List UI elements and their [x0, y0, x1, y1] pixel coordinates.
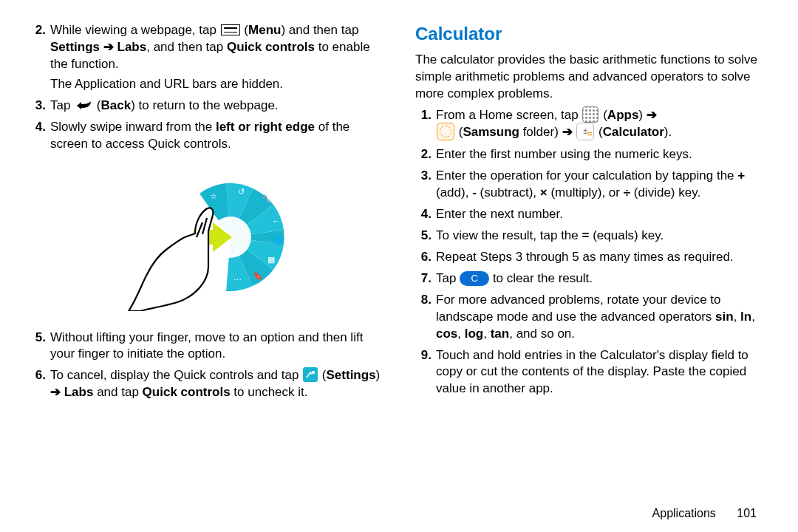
step-body: Enter the next number. [436, 206, 768, 223]
calc-step-6: 6. Repeat Steps 3 through 5 as many time… [415, 249, 768, 266]
step-number: 9. [415, 347, 436, 398]
step-body: From a Home screen, tap (Apps) ➔ (Samsun… [436, 107, 768, 142]
calc-step-8: 8. For more advanced problems, rotate yo… [415, 292, 768, 343]
step-4: 4. Slowly swipe inward from the left or … [30, 119, 383, 153]
step-number: 3. [30, 98, 50, 115]
step-body: Touch and hold entries in the Calculator… [436, 347, 768, 398]
step-2: 2. While viewing a webpage, tap (Menu) a… [30, 22, 383, 93]
step-body: To view the result, tap the = (equals) k… [436, 228, 768, 245]
calc-step-5: 5. To view the result, tap the = (equals… [415, 228, 768, 245]
step-body: Without lifting your finger, move to an … [50, 330, 383, 364]
back-icon [75, 98, 92, 115]
step-6: 6. To cancel, display the Quick controls… [30, 367, 383, 401]
svg-text:🔖: 🔖 [253, 270, 263, 281]
step-number: 1. [415, 107, 436, 142]
calc-step-2: 2. Enter the first number using the nume… [415, 146, 768, 163]
clear-key-icon: C [460, 271, 489, 286]
menu-label: Menu [248, 23, 281, 37]
step-number: 8. [415, 292, 436, 343]
page-footer: Applications 101 [652, 505, 757, 522]
svg-text:↺: ↺ [238, 187, 245, 196]
back-label: Back [101, 98, 132, 112]
step-3: 3. Tap (Back) to return to the webpage. [30, 98, 383, 115]
step-number: 6. [415, 249, 436, 266]
calc-step-9: 9. Touch and hold entries in the Calcula… [415, 347, 768, 398]
settings-label: Settings [327, 368, 376, 382]
step-body: Slowly swipe inward from the left or rig… [50, 119, 383, 153]
menu-icon [221, 24, 240, 35]
calculator-steps: 1. From a Home screen, tap (Apps) ➔ (Sam… [415, 107, 768, 398]
samsung-folder-icon [437, 123, 454, 140]
apps-label: Apps [607, 108, 639, 122]
footer-page-number: 101 [737, 507, 757, 519]
svg-text:☆: ☆ [210, 191, 217, 200]
step-number: 5. [415, 228, 436, 245]
calc-step-3: 3. Enter the operation for your calculat… [415, 168, 768, 202]
svg-text:⋯: ⋯ [233, 276, 242, 284]
calculator-icon: ±= [576, 123, 594, 140]
step-number: 4. [30, 119, 50, 153]
calc-step-7: 7. Tap C to clear the result. [415, 270, 768, 287]
step-number: 6. [30, 367, 50, 401]
step-number: 7. [415, 270, 436, 287]
step-note: The Application and URL bars are hidden. [50, 76, 383, 93]
calc-step-1: 1. From a Home screen, tap (Apps) ➔ (Sam… [415, 107, 768, 142]
step-body: For more advanced problems, rotate your … [436, 292, 768, 343]
step-number: 5. [30, 330, 50, 364]
quick-controls-illustration: 🔧 ↺ ☆ ← 🌐 ▦ 🔖 ⋯ [30, 163, 383, 316]
svg-text:←: ← [272, 216, 280, 225]
step-body: Enter the first number using the numeric… [436, 146, 768, 163]
step-body: While viewing a webpage, tap (Menu) and … [50, 22, 383, 93]
left-steps: 2. While viewing a webpage, tap (Menu) a… [30, 22, 383, 153]
step-body: Tap (Back) to return to the webpage. [50, 98, 383, 115]
apps-icon [582, 106, 598, 123]
footer-section: Applications [652, 507, 716, 519]
samsung-label: Samsung [463, 126, 519, 140]
svg-text:🔧: 🔧 [262, 194, 272, 204]
step-body: To cancel, display the Quick controls an… [50, 367, 383, 401]
step-body: Tap C to clear the result. [436, 270, 768, 287]
step-number: 2. [30, 22, 50, 93]
step-body: Repeat Steps 3 through 5 as many times a… [436, 249, 768, 266]
step-number: 4. [415, 206, 436, 223]
step-number: 2. [415, 146, 436, 163]
step-number: 3. [415, 168, 436, 202]
manual-page: 2. While viewing a webpage, tap (Menu) a… [0, 0, 798, 532]
settings-icon [303, 367, 318, 382]
step-5: 5. Without lifting your finger, move to … [30, 330, 383, 364]
calculator-intro: The calculator provides the basic arithm… [415, 52, 768, 103]
calc-step-4: 4. Enter the next number. [415, 206, 768, 223]
calculator-label: Calculator [603, 126, 664, 140]
right-column: Calculator The calculator provides the b… [399, 22, 768, 525]
left-steps-cont: 5. Without lifting your finger, move to … [30, 330, 383, 402]
step-body: Enter the operation for your calculation… [436, 168, 768, 202]
left-column: 2. While viewing a webpage, tap (Menu) a… [30, 22, 399, 525]
svg-text:🌐: 🌐 [273, 235, 284, 245]
svg-text:▦: ▦ [267, 255, 275, 264]
calculator-heading: Calculator [415, 22, 768, 46]
